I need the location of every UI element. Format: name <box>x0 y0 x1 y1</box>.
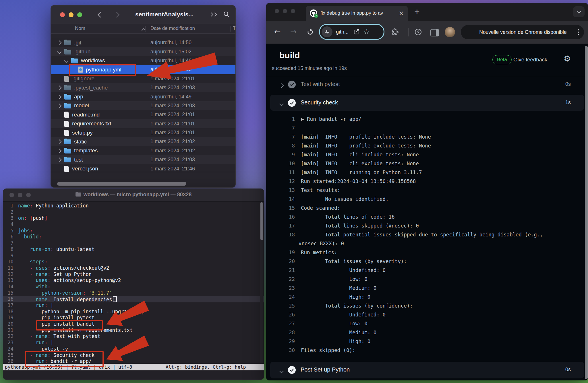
chevron-right-icon[interactable] <box>57 158 62 162</box>
back-button[interactable]: ← <box>274 27 281 36</box>
log-line-number[interactable]: 29 <box>279 337 295 346</box>
new-tab-button[interactable]: + <box>414 7 420 17</box>
url-text[interactable]: gith... <box>336 29 349 35</box>
log-line-number[interactable]: 25 <box>279 302 295 310</box>
file-name: templates <box>74 147 98 154</box>
chevron-right-icon[interactable] <box>57 104 62 108</box>
finder-row[interactable]: readme.md1 mars 2024, 21:01 <box>51 110 235 119</box>
finder-row[interactable]: templates1 mars 2024, 21:02 <box>51 146 235 155</box>
log-line-number[interactable]: 7 <box>279 124 295 133</box>
log-line-number[interactable]: 8 <box>279 141 295 150</box>
zoom-window-button[interactable] <box>77 12 82 17</box>
minimize-window-button[interactable] <box>283 9 287 13</box>
share-icon[interactable] <box>353 29 359 35</box>
bookmark-star-icon[interactable]: ☆ <box>363 28 370 35</box>
toolbar-overflow-icon[interactable] <box>210 13 216 16</box>
chevron-right-icon[interactable] <box>57 139 62 144</box>
log-line-number[interactable]: 14 <box>279 195 295 204</box>
finder-row[interactable]: vercel.json1 mars 2024, 21:46 <box>51 164 235 173</box>
log-line-number[interactable]: 30 <box>279 346 295 355</box>
address-bar[interactable]: gith... ☆ <box>319 24 384 40</box>
column-divider[interactable] <box>145 26 146 32</box>
log-line-number[interactable]: 10 <box>279 159 295 168</box>
log-line-number[interactable]: 12 <box>279 177 295 186</box>
tab-strip[interactable]: ✓ fix debug true in app.py to av × + <box>266 3 588 21</box>
search-icon[interactable] <box>223 11 230 18</box>
log-line-number[interactable]: 1 <box>279 115 295 124</box>
sort-ascending-icon[interactable] <box>142 28 145 33</box>
chrome-update-button[interactable]: Nouvelle version de Chrome disponible <box>461 25 584 39</box>
line-number: 6 <box>3 234 13 240</box>
log-line-number[interactable]: 18 <box>279 230 295 239</box>
chevron-right-icon[interactable] <box>57 40 62 45</box>
step-row-post-setup-python[interactable]: Post Set up Python 0s <box>270 362 584 378</box>
extensions-icon[interactable] <box>391 28 399 36</box>
finder-row[interactable]: static1 mars 2024, 21:02 <box>51 137 235 146</box>
log-line-number[interactable]: 7 <box>279 133 295 141</box>
back-button[interactable] <box>98 13 102 18</box>
log-line-number[interactable]: 27 <box>279 319 295 328</box>
log-line-number[interactable]: 11 <box>279 168 295 177</box>
editor-line: 15 python-version: '3.11.7' <box>3 290 264 296</box>
log-line-number[interactable]: 15 <box>279 204 295 213</box>
chevron-down-icon[interactable] <box>64 59 69 63</box>
give-feedback-link[interactable]: Give feedback <box>513 57 547 63</box>
chevron-down-icon[interactable] <box>280 369 283 374</box>
forward-button[interactable]: → <box>290 27 297 36</box>
column-header-size[interactable]: Ta <box>233 26 236 31</box>
finder-row[interactable]: appaujourd’hui, 14:49 <box>51 92 235 101</box>
finder-row[interactable]: requirements.txt1 mars 2024, 21:01 <box>51 119 235 128</box>
chevron-right-icon[interactable] <box>57 85 62 90</box>
chevron-right-icon[interactable] <box>57 94 62 99</box>
log-line-number[interactable]: 16 <box>279 213 295 221</box>
column-divider[interactable] <box>230 26 231 32</box>
chevron-down-icon[interactable] <box>57 49 62 54</box>
log-line-number[interactable]: 26 <box>279 310 295 319</box>
gear-icon[interactable]: ⚙ <box>564 54 571 63</box>
chevron-right-icon[interactable] <box>280 83 283 88</box>
profile-avatar[interactable] <box>445 27 455 37</box>
vertical-scrollbar[interactable] <box>260 202 263 363</box>
log-line-number[interactable]: 20 <box>279 257 295 266</box>
log-line-number[interactable]: 22 <box>279 275 295 284</box>
log-line-number[interactable]: 19 <box>279 248 295 257</box>
finder-row[interactable]: .gitaujourd’hui, 14:50 <box>51 38 235 47</box>
horizontal-scrollbar[interactable] <box>54 182 233 186</box>
log-line-number[interactable]: 9 <box>279 150 295 159</box>
zoom-window-button[interactable] <box>291 9 295 13</box>
finder-row[interactable]: model1 mars 2024, 21:03 <box>51 101 235 110</box>
scrollbar-thumb[interactable] <box>57 182 186 186</box>
close-window-button[interactable] <box>60 12 65 17</box>
scrollbar-thumb[interactable] <box>260 202 263 240</box>
log-line-number[interactable]: 17 <box>279 221 295 230</box>
forward-button[interactable] <box>115 13 119 18</box>
reload-button[interactable] <box>306 28 314 36</box>
step-row-security-check[interactable]: Security check 1s <box>270 95 584 111</box>
column-header-date[interactable]: Date de modification <box>150 26 195 31</box>
vertical-scrollbar[interactable] <box>585 46 588 379</box>
finder-row[interactable]: setup.py1 mars 2024, 21:01 <box>51 128 235 137</box>
chevron-right-icon[interactable] <box>57 149 62 153</box>
energy-saver-icon[interactable] <box>414 28 422 36</box>
browser-tab[interactable]: ✓ fix debug true in app.py to av × <box>306 6 408 21</box>
side-panel-icon[interactable] <box>430 29 439 36</box>
site-settings-button[interactable] <box>322 26 332 37</box>
log-line-number[interactable]: 24 <box>279 293 295 302</box>
step-row-test-with-pytest[interactable]: Test with pytest 0s <box>266 76 588 93</box>
log-line-number[interactable]: 23 <box>279 284 295 293</box>
chevron-down-icon[interactable] <box>280 102 283 107</box>
log-line-number[interactable]: 28 <box>279 328 295 337</box>
annotation-box-pip-install-bandit <box>36 320 103 330</box>
minimize-window-button[interactable] <box>69 12 74 17</box>
finder-row[interactable]: test1 mars 2024, 21:03 <box>51 155 235 164</box>
finder-row[interactable]: .pytest_cache1 mars 2024, 21:03 <box>51 83 235 92</box>
log-line-number[interactable]: 21 <box>279 266 295 275</box>
kebab-menu-icon[interactable] <box>578 29 579 35</box>
close-window-button[interactable] <box>275 9 279 13</box>
terminal-titlebar[interactable]: workflows — micro pythonapp.yml — 80×28 <box>3 189 264 202</box>
column-header-name[interactable]: Nom <box>75 26 85 31</box>
tab-search-button[interactable] <box>573 6 585 17</box>
finder-titlebar[interactable]: sentimentAnalysis... <box>51 5 235 24</box>
close-tab-icon[interactable]: × <box>399 10 404 17</box>
log-line-number[interactable]: 13 <box>279 186 295 195</box>
